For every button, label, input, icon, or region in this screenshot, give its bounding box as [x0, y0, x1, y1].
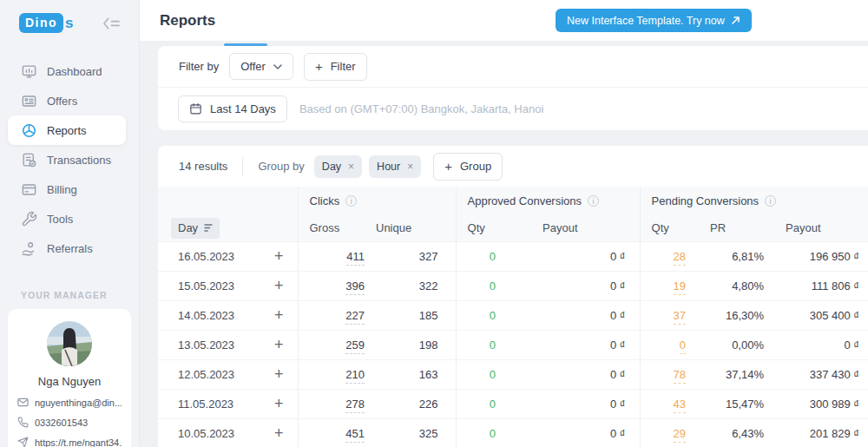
expand-row-button[interactable]	[274, 306, 284, 324]
top-header: Reports New Interface Template. Try now	[140, 0, 868, 41]
results-count: 14 results	[179, 160, 227, 173]
gross-clicks-value[interactable]: 396	[345, 279, 365, 295]
pending-qty-value[interactable]: 28	[674, 250, 686, 266]
pending-qty-value[interactable]: 29	[674, 427, 686, 443]
tools-icon	[21, 211, 37, 227]
pending-qty-value[interactable]: 43	[674, 398, 686, 413]
unique-clicks-value: 325	[376, 418, 456, 447]
sidebar-item-dashboard[interactable]: Dashboard	[0, 56, 139, 86]
gross-clicks-value[interactable]: 411	[346, 250, 365, 266]
sidebar-item-referrals[interactable]: Referrals	[0, 233, 139, 263]
gross-clicks-value[interactable]: 278	[345, 398, 365, 413]
pending-qty-value[interactable]: 78	[674, 368, 686, 384]
pending-payout-value: 201 829 ₫	[772, 418, 868, 447]
approved-qty-value: 0	[456, 359, 521, 389]
approved-payout-value: 0 ₫	[521, 241, 640, 271]
app-logo[interactable]: Dino s	[19, 13, 74, 33]
phone-icon	[17, 417, 29, 428]
results-panel: 14 results Group by Day Hour Group Cl	[158, 146, 868, 447]
expand-row-button[interactable]	[274, 365, 284, 383]
day-cell: 13.05.2023	[158, 330, 260, 359]
manager-name: Nga Nguyen	[17, 375, 122, 388]
group-header-pending: Pending Conversions	[640, 187, 868, 215]
gross-clicks-value[interactable]: 259	[345, 339, 365, 354]
approved-qty-value: 0	[456, 300, 521, 330]
transactions-icon	[21, 152, 37, 168]
manager-phone[interactable]: 0332601543	[17, 417, 122, 428]
reports-icon	[21, 122, 37, 139]
pending-payout-value: 196 950 ₫	[772, 241, 868, 271]
info-icon[interactable]	[588, 195, 599, 207]
divider	[242, 157, 243, 176]
sidebar-item-billing[interactable]: Billing	[0, 174, 139, 204]
sidebar-item-offers[interactable]: Offers	[0, 86, 139, 115]
pending-qty-value[interactable]: 19	[674, 279, 686, 295]
group-header-clicks: Clicks	[298, 187, 456, 215]
gross-clicks-value[interactable]: 451	[345, 427, 365, 443]
approved-qty-value: 0	[456, 418, 521, 447]
unique-clicks-value: 327	[376, 241, 456, 271]
new-interface-template-button[interactable]: New Interface Template. Try now	[556, 9, 752, 32]
group-chip-hour[interactable]: Hour	[369, 155, 421, 178]
expand-row-button[interactable]	[274, 247, 284, 265]
info-icon[interactable]	[345, 195, 357, 207]
expand-row-button[interactable]	[274, 277, 284, 294]
sidebar-item-label: Dashboard	[47, 65, 102, 78]
unique-clicks-value: 198	[376, 330, 456, 359]
sidebar-item-label: Transactions	[47, 154, 111, 167]
pr-value: 6,81%	[699, 241, 772, 271]
mail-icon	[17, 397, 29, 408]
approved-payout-value: 0 ₫	[521, 389, 640, 418]
expand-row-button[interactable]	[274, 395, 284, 412]
table-row: 16.05.2023 411 327 0 0 ₫ 28 6,81% 196 95…	[158, 241, 868, 271]
unique-clicks-value: 226	[376, 389, 456, 418]
table-row: 13.05.2023 259 198 0 0 ₫ 0 0,00% 0 ₫	[158, 330, 868, 359]
sidebar-item-tools[interactable]: Tools	[0, 204, 139, 233]
column-header-pending-payout: Payout	[772, 215, 868, 241]
add-group-button[interactable]: Group	[433, 153, 503, 181]
pr-value: 6,43%	[699, 418, 772, 447]
day-cell: 10.05.2023	[158, 418, 260, 447]
pr-value: 0,00%	[699, 330, 772, 359]
column-header-pending-qty: Qty	[640, 215, 699, 241]
sidebar-item-label: Billing	[47, 183, 77, 196]
manager-card: Nga Nguyen nguyenthinga@din... 033260154…	[8, 309, 131, 447]
expand-row-button[interactable]	[274, 424, 284, 442]
remove-chip-icon[interactable]	[348, 161, 354, 172]
expand-row-button[interactable]	[274, 336, 284, 353]
column-header-gross: Gross	[298, 215, 376, 241]
collapse-sidebar-icon[interactable]	[103, 17, 120, 30]
sidebar: Dino s Dashboard Offers	[0, 0, 140, 447]
timezone-note: Based on (GMT+07:00) Bangkok, Jakarta, H…	[299, 102, 543, 115]
billing-icon	[21, 181, 37, 198]
gross-clicks-value[interactable]: 210	[345, 368, 365, 384]
offers-icon	[21, 93, 37, 109]
table-row: 11.05.2023 278 226 0 0 ₫ 43 15,47% 300 9…	[158, 389, 868, 418]
remove-chip-icon[interactable]	[407, 161, 413, 172]
pending-payout-value: 0 ₫	[772, 330, 868, 359]
add-filter-button[interactable]: Filter	[304, 53, 367, 81]
report-table: Clicks Approved Conversions Pending Conv…	[158, 187, 868, 447]
group-by-label: Group by	[258, 160, 304, 173]
sidebar-item-label: Reports	[47, 124, 87, 137]
approved-qty-value: 0	[456, 241, 521, 271]
sidebar-nav: Dashboard Offers Reports	[0, 56, 139, 263]
manager-telegram[interactable]: https://t.me/ngant34...	[17, 437, 122, 447]
manager-email[interactable]: nguyenthinga@din...	[17, 397, 122, 408]
day-sort-chip[interactable]: Day	[171, 218, 220, 239]
gross-clicks-value[interactable]: 227	[345, 309, 365, 325]
sidebar-item-reports[interactable]: Reports	[8, 115, 126, 145]
offer-filter-dropdown[interactable]: Offer	[229, 53, 293, 80]
pending-qty-value[interactable]: 0	[680, 339, 686, 354]
arrow-up-right-icon	[731, 16, 740, 25]
pending-qty-value[interactable]: 37	[674, 309, 686, 325]
group-chip-day[interactable]: Day	[314, 155, 362, 178]
sidebar-item-transactions[interactable]: Transactions	[0, 145, 139, 174]
info-icon[interactable]	[765, 195, 776, 207]
column-header-unique: Unique	[376, 215, 456, 241]
pr-value: 15,47%	[699, 389, 772, 418]
pending-payout-value: 305 400 ₫	[772, 300, 868, 330]
date-range-button[interactable]: Last 14 Days	[178, 95, 287, 122]
approved-payout-value: 0 ₫	[521, 300, 640, 330]
plus-icon	[315, 60, 323, 74]
